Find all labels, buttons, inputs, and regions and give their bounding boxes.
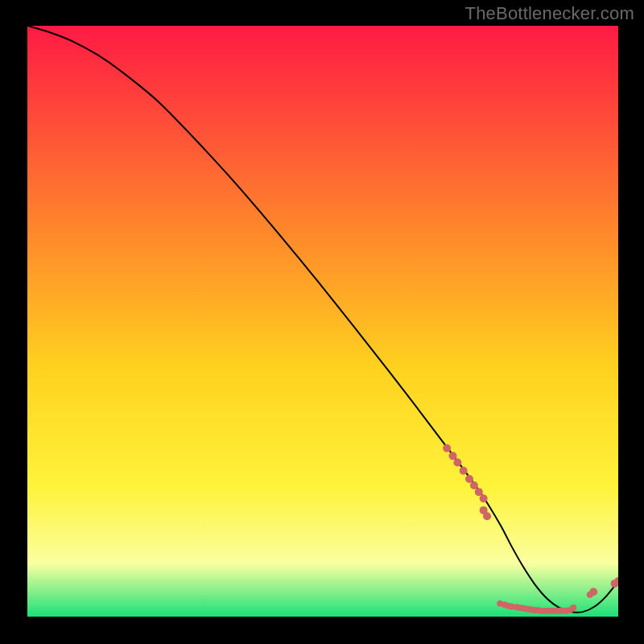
data-marker xyxy=(480,494,488,502)
data-marker xyxy=(589,588,597,596)
chart-frame: TheBottlenecker.com xyxy=(0,0,644,644)
data-marker xyxy=(453,458,461,466)
data-marker xyxy=(483,512,491,520)
chart-svg xyxy=(27,26,618,617)
data-marker xyxy=(570,605,576,611)
data-marker xyxy=(470,481,478,489)
watermark-text: TheBottlenecker.com xyxy=(465,3,634,24)
data-marker xyxy=(460,467,468,475)
data-marker xyxy=(465,475,473,483)
chart-plot-area xyxy=(27,26,618,617)
data-marker xyxy=(448,452,456,460)
gradient-background xyxy=(27,26,618,617)
data-marker xyxy=(443,444,451,452)
data-marker xyxy=(475,488,483,496)
